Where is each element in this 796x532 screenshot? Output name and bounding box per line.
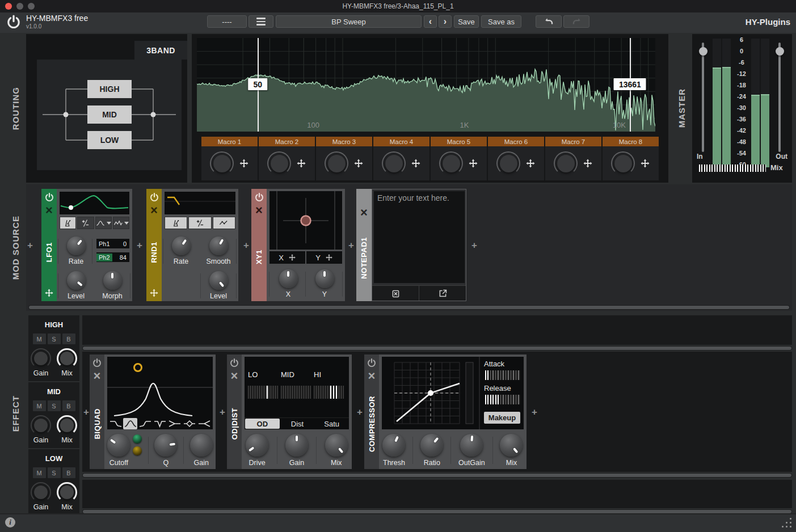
filter-lowpass-button[interactable] (108, 418, 123, 429)
macro-8-drag-icon[interactable] (640, 158, 650, 168)
oddist-tab-satu[interactable]: Satu (314, 418, 349, 429)
add-modsource-button-3[interactable]: + (242, 240, 250, 251)
rnd1-level-knob[interactable] (209, 271, 228, 290)
biquad-cutoff-knob[interactable] (107, 434, 130, 457)
routing-mode-button[interactable]: 3BAND (134, 41, 187, 60)
add-effect-button-3[interactable]: + (356, 407, 364, 418)
bank-button[interactable]: ---- (207, 15, 247, 28)
compressor-attack-slider[interactable] (485, 370, 520, 380)
band-high-solo-button[interactable]: S (48, 333, 61, 344)
compressor-ratio-knob[interactable] (420, 434, 443, 457)
band-low-mix-knob[interactable] (57, 482, 77, 503)
band-mid-bypass-button[interactable]: B (62, 400, 75, 411)
lfo1-close-icon[interactable]: × (45, 205, 53, 216)
add-modsource-button-2[interactable]: + (136, 240, 144, 251)
xy1-x-knob[interactable] (279, 269, 298, 288)
oddist-drive-knob[interactable] (246, 434, 268, 457)
xy1-pad[interactable] (269, 191, 342, 250)
band-low-gain-knob[interactable] (31, 482, 51, 503)
oddist-power-icon[interactable] (229, 358, 239, 368)
macro-5-drag-icon[interactable] (468, 158, 478, 168)
oddist-gain-knob[interactable] (285, 434, 308, 457)
oddist-hi-slider[interactable] (314, 386, 344, 399)
band-mid-mute-button[interactable]: M (33, 400, 46, 411)
macro-1-drag-icon[interactable] (239, 158, 249, 168)
notepad1-clear-button[interactable] (372, 286, 419, 301)
crossover-low-value[interactable]: 50 (248, 78, 267, 90)
filter-bandreject-button[interactable] (197, 418, 212, 429)
biquad-close-icon[interactable]: × (94, 370, 101, 382)
rnd1-wave-display[interactable] (165, 192, 235, 214)
band-high-bypass-button[interactable]: B (62, 333, 75, 344)
xy1-y-assign[interactable]: Y (306, 251, 342, 264)
oddist-lo-slider[interactable] (248, 386, 278, 399)
band-low-mute-button[interactable]: M (33, 467, 46, 478)
lfo1-sync-button[interactable] (60, 217, 76, 229)
resize-grip[interactable] (780, 518, 791, 529)
band-mid-gain-knob[interactable] (31, 415, 51, 436)
preset-menu-button[interactable] (249, 15, 273, 28)
biquad-gain-handle[interactable] (134, 364, 142, 371)
macro-4-knob[interactable] (382, 151, 406, 175)
save-button[interactable]: Save (454, 15, 479, 28)
xy1-x-drag-icon[interactable] (288, 254, 296, 261)
next-preset-button[interactable]: › (439, 15, 452, 28)
lfo1-ph2-field[interactable]: Ph2 84 (96, 252, 129, 262)
modsource-scrollbar[interactable] (28, 305, 790, 310)
band-high-mix-knob[interactable] (57, 348, 77, 369)
band-high-gain-knob[interactable] (31, 348, 51, 369)
rnd1-drag-icon[interactable] (149, 288, 159, 298)
biquad-mod2-mini-knob[interactable] (133, 446, 142, 455)
macro-3-knob[interactable] (325, 151, 348, 175)
lfo1-drag-icon[interactable] (44, 288, 54, 298)
compressor-mix-knob[interactable] (500, 434, 523, 457)
routing-diagram[interactable]: HIGH MID LOW (37, 60, 182, 170)
macro-4-drag-icon[interactable] (411, 158, 421, 168)
redo-button[interactable] (563, 15, 589, 28)
biquad-gain-knob[interactable] (190, 434, 213, 457)
lfo1-power-icon[interactable] (44, 192, 54, 202)
undo-button[interactable] (536, 15, 562, 28)
lfo1-level-knob[interactable] (67, 271, 86, 290)
add-modsource-button-4[interactable]: + (347, 240, 355, 251)
compressor-power-icon[interactable] (367, 358, 377, 368)
biquad-power-icon[interactable] (92, 358, 102, 368)
prev-preset-button[interactable]: ‹ (424, 15, 437, 28)
macro-3-drag-icon[interactable] (353, 158, 364, 168)
macro-2-knob[interactable] (267, 151, 291, 175)
macro-8-knob[interactable] (611, 151, 635, 175)
effect-row-high-scrollbar[interactable] (82, 346, 792, 351)
master-mix-slider[interactable] (699, 164, 766, 172)
macro-7-drag-icon[interactable] (583, 158, 593, 168)
lfo1-wave-display[interactable] (60, 192, 129, 214)
xy1-y-knob[interactable] (315, 269, 334, 288)
compressor-knee-handle[interactable] (428, 390, 433, 396)
power-icon[interactable] (6, 14, 22, 30)
rnd1-power-icon[interactable] (149, 192, 159, 202)
compressor-makeup-button[interactable]: Makeup (484, 412, 520, 424)
add-effect-button-2[interactable]: + (218, 407, 226, 418)
rnd1-rate-knob[interactable] (172, 237, 191, 255)
macro-2-drag-icon[interactable] (296, 158, 306, 168)
lfo1-rate-knob[interactable] (67, 237, 86, 255)
oddist-mid-slider[interactable] (281, 386, 311, 399)
biquad-display[interactable] (107, 357, 213, 429)
oddist-mix-knob[interactable] (325, 434, 348, 457)
compressor-release-slider[interactable] (485, 395, 520, 404)
band-mid-solo-button[interactable]: S (48, 400, 61, 411)
macro-7-knob[interactable] (554, 151, 578, 175)
add-effect-button-4[interactable]: + (530, 407, 538, 418)
add-effect-button[interactable]: + (82, 407, 90, 418)
biquad-q-knob[interactable] (154, 434, 177, 457)
lfo1-polarity-button[interactable] (77, 217, 94, 229)
macro-6-knob[interactable] (496, 151, 520, 175)
notepad1-close-icon[interactable]: × (360, 207, 368, 218)
xy1-close-icon[interactable]: × (255, 205, 263, 216)
oddist-tab-od[interactable]: OD (245, 419, 280, 429)
band-low-solo-button[interactable]: S (48, 467, 61, 478)
info-icon[interactable]: i (5, 517, 15, 527)
xy1-power-icon[interactable] (254, 192, 264, 202)
rnd1-sync-button[interactable] (165, 217, 187, 229)
macro-1-knob[interactable] (210, 151, 234, 175)
oddist-display[interactable]: LO MID HI OD Dist Satu (245, 357, 349, 429)
